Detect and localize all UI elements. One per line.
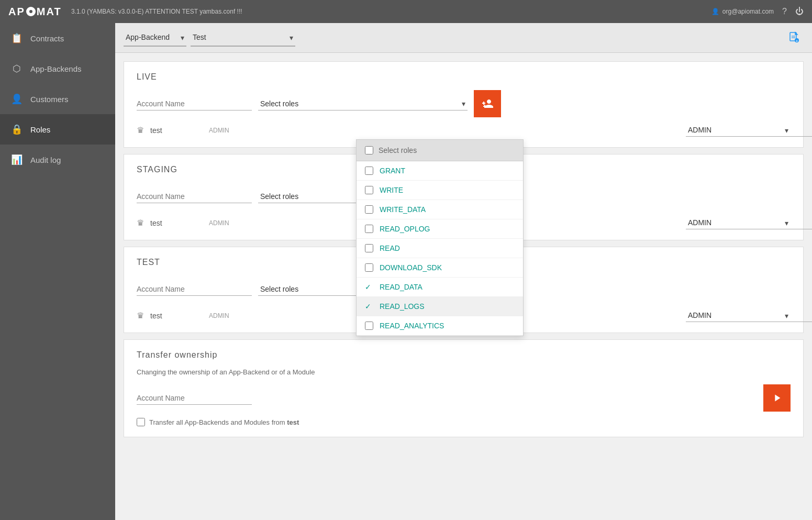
topbar: AP MAT 3.1.0 (YAMBAS: v3.0.0-E) ATTENTIO… (0, 0, 812, 23)
staging-account-input[interactable] (137, 190, 252, 203)
test-username: test (150, 312, 203, 320)
user-info: 👤 org@apiomat.com (711, 8, 774, 15)
env-select[interactable]: Test (191, 29, 295, 47)
document-icon: + (788, 31, 800, 44)
dropdown-item-read-analytics[interactable]: READ_ANALYTICS (357, 316, 523, 336)
transfer-checkbox-label: Transfer all App-Backends and Modules fr… (149, 418, 299, 426)
dropdown-all-checkbox[interactable] (365, 146, 373, 154)
live-account-input[interactable] (137, 97, 252, 110)
test-role-badge: ADMIN (209, 312, 251, 319)
staging-existing-roles-select[interactable]: ADMIN (686, 216, 812, 229)
content-area: App-Backend Test + (115, 23, 812, 520)
add-user-icon (481, 97, 494, 110)
test-role-select-wrapper: ADMIN (686, 309, 791, 322)
sidebar-label-audit-log: Audit log (30, 156, 61, 164)
sidebar-item-roles[interactable]: 🔒 Roles (0, 114, 115, 145)
dropdown-item-grant[interactable]: GRANT (357, 161, 523, 181)
roles-dropdown: Select roles GRANT WRITE WRITE_DATA (356, 139, 524, 336)
live-crown-icon: ♛ (137, 125, 144, 135)
sidebar: 📋 Contracts ⬡ App-Backends 👤 Customers 🔒… (0, 23, 115, 520)
sidebar-item-customers[interactable]: 👤 Customers (0, 84, 115, 114)
contracts-icon: 📋 (10, 32, 23, 44)
main-layout: 📋 Contracts ⬡ App-Backends 👤 Customers 🔒… (0, 23, 812, 520)
transfer-checkbox-row: Transfer all App-Backends and Modules fr… (137, 418, 791, 426)
write-data-checkbox[interactable] (365, 205, 373, 214)
live-roles-wrapper: Select roles (258, 97, 468, 110)
sidebar-item-contracts[interactable]: 📋 Contracts (0, 23, 115, 53)
sidebar-label-customers: Customers (30, 95, 69, 104)
sidebar-item-app-backends[interactable]: ⬡ App-Backends (0, 53, 115, 84)
live-input-row: Select roles (137, 90, 791, 117)
customers-icon: 👤 (10, 93, 23, 105)
read-checkbox[interactable] (365, 244, 373, 252)
logo-text-api: AP (8, 6, 25, 18)
transfer-section: Transfer ownership Changing the ownershi… (124, 339, 804, 437)
transfer-button[interactable] (763, 384, 791, 412)
sidebar-label-app-backends: App-Backends (30, 64, 82, 73)
staging-crown-icon: ♛ (137, 218, 144, 228)
audit-log-icon: 📊 (10, 154, 23, 165)
roles-icon: 🔒 (10, 124, 23, 135)
dropdown-item-write-data[interactable]: WRITE_DATA (357, 200, 523, 219)
live-role-badge: ADMIN (209, 127, 251, 134)
transfer-username-bold: test (287, 418, 299, 426)
grant-label: GRANT (380, 167, 405, 175)
live-role-select-wrapper: ADMIN (686, 124, 791, 137)
transfer-all-checkbox[interactable] (137, 418, 145, 426)
write-label: WRITE (380, 186, 403, 194)
live-section: LIVE Select roles (124, 61, 804, 148)
read-logs-check-icon: ✓ (365, 302, 371, 311)
sidebar-label-roles: Roles (30, 125, 50, 134)
test-existing-roles-select[interactable]: ADMIN (686, 309, 812, 322)
transfer-input-row (137, 384, 791, 412)
backend-select[interactable]: App-Backend (124, 29, 186, 47)
live-username: test (150, 126, 203, 135)
transfer-title: Transfer ownership (137, 350, 791, 360)
live-roles-select[interactable]: Select roles (258, 97, 468, 110)
write-checkbox[interactable] (365, 186, 373, 194)
grant-checkbox[interactable] (365, 167, 373, 175)
env-select-wrapper: Test (191, 29, 295, 47)
app-logo: AP MAT (8, 6, 71, 18)
read-logs-label: READ_LOGS (380, 302, 425, 311)
dropdown-item-read[interactable]: READ (357, 239, 523, 258)
dropdown-item-read-oplog[interactable]: READ_OPLOG (357, 219, 523, 239)
sidebar-item-audit-log[interactable]: 📊 Audit log (0, 145, 115, 175)
logo-text-mat: MAT (37, 6, 62, 18)
transfer-icon (771, 392, 783, 404)
read-analytics-label: READ_ANALYTICS (380, 322, 444, 330)
toolbar: App-Backend Test + (115, 23, 812, 53)
read-analytics-checkbox[interactable] (365, 322, 373, 330)
dropdown-item-write[interactable]: WRITE (357, 181, 523, 200)
power-button[interactable]: ⏻ (795, 7, 804, 16)
transfer-account-input[interactable] (137, 392, 252, 405)
doc-icon-button[interactable]: + (785, 28, 804, 47)
download-sdk-checkbox[interactable] (365, 263, 373, 272)
topbar-right: 👤 org@apiomat.com ? ⏻ (711, 7, 804, 16)
live-add-button[interactable] (474, 90, 501, 117)
help-button[interactable]: ? (782, 7, 787, 16)
transfer-description: Changing the ownership of an App-Backend… (137, 368, 791, 376)
live-existing-roles-select[interactable]: ADMIN (686, 124, 812, 137)
version-text: 3.1.0 (YAMBAS: v3.0.0-E) ATTENTION TEST … (71, 8, 711, 15)
staging-role-badge: ADMIN (209, 219, 251, 227)
write-data-label: WRITE_DATA (380, 205, 426, 214)
main-scroll[interactable]: LIVE Select roles (115, 53, 812, 520)
live-title: LIVE (137, 72, 791, 82)
svg-text:+: + (796, 39, 798, 43)
download-sdk-label: DOWNLOAD_SDK (380, 263, 442, 272)
backend-select-wrapper: App-Backend (124, 29, 186, 47)
read-data-check-icon: ✓ (365, 283, 371, 291)
read-oplog-label: READ_OPLOG (380, 225, 430, 233)
dropdown-item-download-sdk[interactable]: DOWNLOAD_SDK (357, 258, 523, 278)
read-label: READ (380, 244, 400, 252)
test-account-input[interactable] (137, 283, 252, 296)
dropdown-header: Select roles (357, 140, 523, 161)
dropdown-item-read-data[interactable]: ✓ READ_DATA (357, 278, 523, 297)
dropdown-item-read-logs[interactable]: ✓ READ_LOGS (357, 297, 523, 316)
live-user-row: ♛ test ADMIN ADMIN (137, 124, 791, 137)
app-backends-icon: ⬡ (10, 63, 23, 74)
read-data-label: READ_DATA (380, 283, 422, 291)
dropdown-header-label: Select roles (379, 146, 417, 154)
read-oplog-checkbox[interactable] (365, 225, 373, 233)
